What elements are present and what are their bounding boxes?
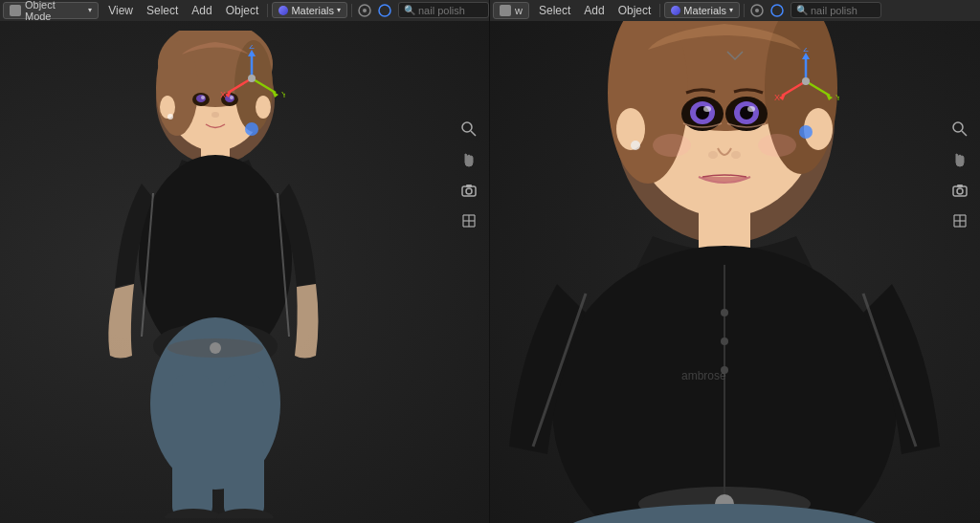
side-toolbar-right [947, 117, 972, 233]
separator-1 [267, 4, 268, 17]
right-viewport-header: w Select Add Object Materials ▾ 🔍 [490, 0, 980, 21]
svg-point-9 [156, 40, 198, 136]
materials-button-right[interactable]: Materials ▾ [664, 2, 740, 18]
overlay-icon-left[interactable] [357, 3, 372, 18]
svg-marker-88 [802, 53, 810, 59]
materials-label-right: Materials [683, 5, 726, 16]
materials-label-left: Materials [291, 5, 334, 16]
svg-point-83 [653, 134, 691, 157]
svg-point-96 [802, 77, 810, 85]
svg-rect-15 [172, 375, 212, 518]
svg-point-5 [771, 5, 783, 16]
svg-text:Y: Y [835, 93, 839, 102]
character-full-body [57, 31, 383, 518]
search-icon-left: 🔍 [404, 5, 415, 15]
svg-point-2 [379, 5, 390, 16]
mode-label: Object Mode [25, 0, 84, 22]
svg-text:X: X [774, 93, 780, 102]
svg-point-60 [616, 108, 645, 150]
add-menu-right[interactable]: Add [577, 0, 611, 21]
svg-point-47 [466, 188, 472, 194]
separator-3 [659, 4, 660, 17]
search-box-right[interactable]: 🔍 [791, 2, 881, 18]
materials-icon-left [278, 6, 288, 15]
viewport-shading-right[interactable] [769, 3, 785, 18]
viewport-left[interactable]: Z Y X [0, 21, 490, 523]
svg-point-23 [201, 96, 205, 99]
grab-tool-left[interactable] [457, 147, 481, 172]
svg-line-99 [962, 131, 967, 136]
viewport-bg-right: ambrose Z Y X [490, 21, 980, 523]
svg-line-90 [806, 81, 830, 96]
svg-point-24 [230, 96, 234, 99]
viewport-shading-left[interactable] [377, 3, 392, 18]
axis-gizmo-right: Z Y X [772, 48, 839, 142]
overlay-svg-right [749, 3, 765, 18]
svg-point-80 [747, 106, 755, 112]
svg-point-69 [721, 338, 728, 345]
materials-arrow-left: ▾ [337, 6, 341, 14]
svg-point-1 [363, 9, 367, 12]
chevron-center-icon [725, 50, 745, 64]
grid-tool-left[interactable] [457, 208, 481, 233]
character-bust: ambrose [490, 21, 980, 523]
mode-dropdown-arrow: ▾ [88, 6, 92, 14]
w-label: w [515, 5, 523, 16]
svg-rect-16 [224, 375, 264, 518]
nav-dot-right [772, 122, 839, 142]
svg-point-10 [234, 40, 273, 132]
overlay-svg-left [357, 3, 372, 18]
object-menu-left[interactable]: Object [219, 0, 266, 21]
svg-point-62 [631, 141, 640, 150]
separator-2 [351, 4, 352, 17]
materials-arrow-right: ▾ [729, 6, 733, 14]
side-toolbar-left [457, 117, 481, 233]
camera-tool-right[interactable] [947, 178, 972, 203]
materials-icon-right [671, 6, 680, 15]
select-menu-right[interactable]: Select [532, 0, 577, 21]
search-input-right[interactable] [811, 5, 878, 16]
svg-point-82 [731, 151, 741, 159]
grid-tool-right[interactable] [947, 208, 972, 233]
viewport-right[interactable]: ambrose Z Y X [490, 21, 980, 523]
add-menu-left[interactable]: Add [185, 0, 218, 21]
camera-tool-left[interactable] [457, 178, 481, 203]
viewport-bg-left: Z Y X [0, 21, 489, 523]
overlay-icon-right[interactable] [749, 3, 765, 18]
svg-text:Z: Z [803, 48, 809, 54]
mode-icon-right [500, 5, 511, 16]
search-box-left[interactable]: 🔍 [398, 2, 489, 18]
top-menu-bar: Object Mode ▾ View Select Add Object Mat… [0, 0, 980, 21]
axis-arrows-svg-right: Z Y X [772, 48, 839, 115]
svg-rect-102 [957, 185, 963, 187]
search-input-left[interactable] [418, 5, 485, 16]
svg-point-79 [703, 106, 711, 112]
search-icon-right: 🔍 [796, 5, 808, 15]
svg-rect-48 [466, 185, 472, 187]
svg-point-29 [210, 342, 221, 354]
grab-tool-right[interactable] [947, 147, 972, 172]
mode-button-right[interactable]: w [493, 2, 529, 19]
shading-svg-right [769, 3, 785, 18]
svg-point-44 [462, 122, 472, 132]
object-mode-button[interactable]: Object Mode ▾ [3, 2, 99, 19]
svg-point-31 [256, 96, 271, 119]
svg-point-4 [755, 9, 759, 12]
svg-point-97 [799, 125, 813, 139]
left-viewport-header: Object Mode ▾ View Select Add Object Mat… [0, 0, 490, 21]
svg-point-98 [953, 122, 963, 132]
view-menu[interactable]: View [101, 0, 140, 21]
search-tool-right[interactable] [947, 117, 972, 142]
select-menu-left[interactable]: Select [140, 0, 185, 21]
mode-icon [10, 5, 21, 16]
svg-point-25 [212, 112, 219, 118]
svg-point-30 [160, 96, 175, 119]
svg-text:ambrose: ambrose [681, 369, 726, 382]
svg-point-32 [167, 114, 173, 120]
materials-button-left[interactable]: Materials ▾ [272, 2, 347, 18]
object-menu-right[interactable]: Object [612, 0, 658, 21]
shading-svg-left [377, 3, 392, 18]
search-tool-left[interactable] [457, 117, 481, 142]
separator-4 [744, 4, 745, 17]
svg-point-101 [957, 188, 963, 194]
